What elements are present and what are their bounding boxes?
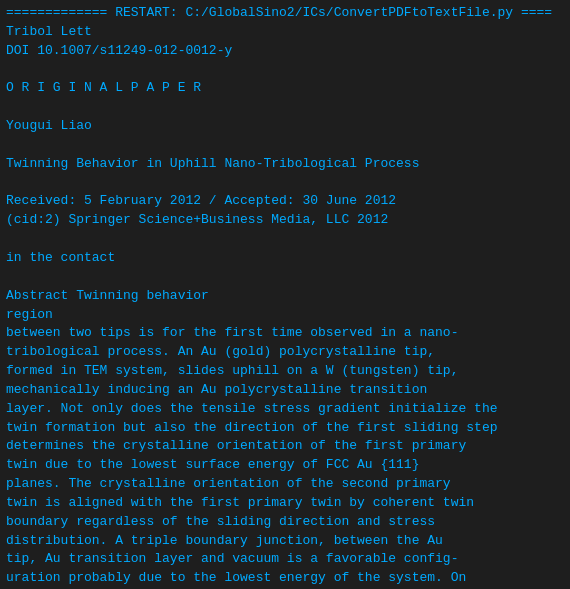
terminal-line: planes. The crystalline orientation of t… — [6, 475, 564, 494]
terminal-line: O R I G I N A L P A P E R — [6, 79, 564, 98]
terminal-line: distribution. A triple boundary junction… — [6, 532, 564, 551]
terminal-line: tip, Au transition layer and vacuum is a… — [6, 550, 564, 569]
empty-line — [6, 230, 564, 249]
terminal-line: region — [6, 306, 564, 325]
terminal-line: uration probably due to the lowest energ… — [6, 569, 564, 588]
empty-line — [6, 98, 564, 117]
terminal-line: Tribol Lett — [6, 23, 564, 42]
terminal-line: Yougui Liao — [6, 117, 564, 136]
terminal-line: Abstract Twinning behavior — [6, 287, 564, 306]
terminal-line: DOI 10.1007/s11249-012-0012-y — [6, 42, 564, 61]
terminal-window: ============= RESTART: C:/GlobalSino2/IC… — [0, 0, 570, 589]
terminal-line: layer. Not only does the tensile stress … — [6, 400, 564, 419]
terminal-line: Twinning Behavior in Uphill Nano-Tribolo… — [6, 155, 564, 174]
terminal-line: Received: 5 February 2012 / Accepted: 30… — [6, 192, 564, 211]
empty-line — [6, 136, 564, 155]
terminal-line: determines the crystalline orientation o… — [6, 437, 564, 456]
terminal-line: (cid:2) Springer Science+Business Media,… — [6, 211, 564, 230]
terminal-line: between two tips is for the first time o… — [6, 324, 564, 343]
terminal-line: boundary regardless of the sliding direc… — [6, 513, 564, 532]
terminal-line: mechanically inducing an Au polycrystall… — [6, 381, 564, 400]
terminal-line: twin is aligned with the first primary t… — [6, 494, 564, 513]
terminal-line: twin due to the lowest surface energy of… — [6, 456, 564, 475]
terminal-line: in the contact — [6, 249, 564, 268]
empty-line — [6, 61, 564, 80]
terminal-line: twin formation but also the direction of… — [6, 419, 564, 438]
terminal-line: ============= RESTART: C:/GlobalSino2/IC… — [6, 4, 564, 23]
empty-line — [6, 174, 564, 193]
terminal-line: formed in TEM system, slides uphill on a… — [6, 362, 564, 381]
empty-line — [6, 268, 564, 287]
terminal-line: tribological process. An Au (gold) polyc… — [6, 343, 564, 362]
